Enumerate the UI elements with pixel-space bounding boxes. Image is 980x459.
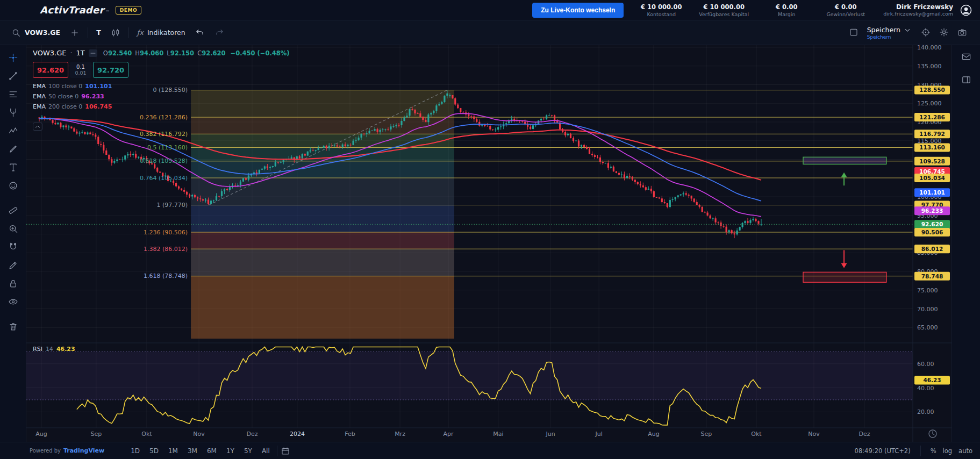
rsi-legend[interactable]: RSI 14 46.23 [33,346,75,353]
pitchfork-tool[interactable] [4,103,22,121]
month-label[interactable]: Jun [546,431,555,438]
interval-button[interactable]: T [91,25,106,41]
switch-to-live-button[interactable]: Zu Live-Konto wechseln [532,3,624,18]
range-button-1Y[interactable]: 1Y [223,446,238,456]
candlestick-style-icon [111,28,120,38]
save-layout-dropdown[interactable]: Speichern Speichern [867,25,912,40]
fib-bands[interactable] [191,90,913,339]
settings-gear-icon[interactable] [939,27,949,37]
lock-tool[interactable] [4,274,22,292]
annotations[interactable] [803,157,886,282]
up-arrow-head[interactable] [841,173,847,177]
range-button-5D[interactable]: 5D [146,446,162,456]
emoji-tool[interactable] [4,176,22,195]
rsi-value: 46.23 [56,346,75,353]
month-label[interactable]: Feb [345,431,355,438]
ema-legend-row[interactable]: EMA100 close 0101.101 [33,83,112,90]
edit-tool[interactable] [4,256,22,274]
buy-button[interactable]: 92.720 [93,62,128,78]
short-target-box[interactable] [803,272,886,282]
month-label[interactable]: 2024 [290,431,305,438]
fib-label: 0.5 (113.160) [147,144,188,151]
range-button-6M[interactable]: 6M [203,446,220,456]
panels-icon[interactable] [961,75,971,85]
price-tag-text: 121.286 [919,114,945,120]
crosshair-tool[interactable] [4,48,22,67]
rsi-plot[interactable] [26,347,913,425]
month-label[interactable]: Nov [193,431,205,438]
month-label[interactable]: Sep [91,431,102,438]
brush-tool[interactable] [4,140,22,158]
month-label[interactable]: Dez [246,431,257,438]
measure-tool[interactable] [4,201,22,219]
month-label[interactable]: Mai [493,431,503,438]
legend-separator: · [70,49,72,57]
month-label[interactable]: Nov [808,431,820,438]
sell-button[interactable]: 92.620 [33,62,68,78]
zoom-in-tool[interactable] [4,219,22,238]
trash-tool[interactable] [4,317,22,335]
range-button-All[interactable]: All [258,446,274,456]
mail-icon[interactable] [961,52,971,62]
topbar: ActivTrader ™ DEMO Zu Live-Konto wechsel… [0,0,980,20]
indicators-label: Indikatoren [147,28,185,37]
screenshot-camera-icon[interactable] [957,27,967,37]
price-tick: 125.000 [917,100,942,107]
month-label[interactable]: Dez [859,431,870,438]
target-icon[interactable] [921,27,931,37]
clock-display[interactable]: 08:49:20 (UTC+2) [855,447,911,455]
ema-legend-row[interactable]: EMA50 close 096.233 [33,93,112,100]
fib-retracement-tool[interactable] [4,85,22,103]
undo-icon [195,28,205,38]
long-target-box[interactable] [803,157,886,164]
month-label[interactable]: Jul [595,431,602,438]
bottombar-divider [277,446,277,456]
legend-collapse-icon[interactable] [89,49,97,57]
timezone-clock-icon[interactable] [929,430,936,438]
scale-button-%[interactable]: % [931,447,936,455]
tradingview-link[interactable]: TradingView [63,447,104,454]
month-label[interactable]: Aug [35,431,47,438]
text-tool[interactable] [4,158,22,176]
scale-button-auto[interactable]: auto [958,447,972,455]
ohlc-item: O92.540 [103,49,132,57]
range-button-5Y[interactable]: 5Y [240,446,256,456]
month-label[interactable]: Apr [443,431,454,438]
price-axis[interactable]: 140.000135.000130.000125.000120.000115.0… [914,45,950,415]
ema-legend-row[interactable]: EMA200 close 0106.745 [33,103,112,110]
pattern-tool[interactable] [4,121,22,140]
price-tag-text: 116.792 [919,131,945,137]
trendline-tool[interactable] [4,67,22,85]
down-arrow-head[interactable] [841,263,847,268]
price-plot[interactable]: 0 (128.550)0.236 (121.286)0.382 (116.792… [26,87,913,279]
symbol-search-button[interactable]: VOW3.GE [6,25,65,41]
undo-button[interactable] [190,25,210,41]
month-label[interactable]: Okt [141,431,152,438]
redo-button[interactable] [210,25,229,41]
range-button-3M[interactable]: 3M [184,446,201,456]
time-axis[interactable]: AugSepOktNovDez2024FebMrzAprMaiJunJulAug… [35,430,936,438]
magnet-tool[interactable] [4,238,22,256]
chart-style-button[interactable] [106,25,125,41]
ohlc-value: 92.150 [170,49,194,57]
chart-canvas[interactable]: 0 (128.550)0.236 (121.286)0.382 (116.792… [26,45,952,442]
month-label[interactable]: Okt [751,431,762,438]
legend-collapse-button[interactable] [33,123,42,131]
pane-separator[interactable] [26,341,952,345]
logo-trademark: ™ [105,10,109,15]
month-label[interactable]: Mrz [395,431,405,438]
interval-label: T [96,28,101,37]
avatar[interactable] [960,4,972,17]
month-label[interactable]: Aug [648,431,659,438]
eye-tool[interactable] [4,292,22,311]
layout-icon[interactable] [849,27,859,37]
go-to-date-icon[interactable] [281,446,290,456]
range-button-1M[interactable]: 1M [164,446,182,456]
search-icon [11,28,21,38]
indicators-button[interactable]: ƒx Indikatoren [132,25,190,41]
month-label[interactable]: Sep [701,431,712,438]
scale-button-log[interactable]: log [943,447,953,455]
range-button-1D[interactable]: 1D [127,446,144,456]
add-symbol-button[interactable] [65,25,84,41]
spread-box: 0.1 0.01 [70,62,91,78]
